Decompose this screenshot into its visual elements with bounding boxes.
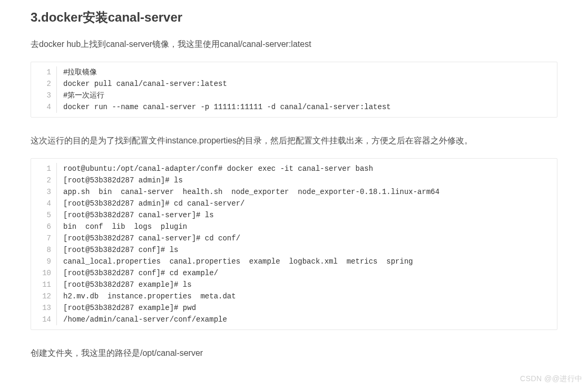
line-number: 8 [31,244,56,256]
line-number: 4 [31,101,56,113]
line-number: 10 [31,267,56,279]
line-number: 14 [31,314,56,325]
code-line: 4docker run --name canal-server -p 11111… [31,101,557,113]
code-line: 12h2.mv.db instance.properties meta.dat [31,290,557,302]
code-line: 1root@ubuntu:/opt/canal-adapter/conf# do… [31,163,557,174]
line-number: 7 [31,232,56,244]
line-number: 9 [31,256,56,267]
code-text: [root@53b382d287 admin]# cd canal-server… [63,198,251,209]
code-line: 9canal_local.properties canal.properties… [31,256,557,267]
line-number: 12 [31,290,56,302]
code-line: 10[root@53b382d287 conf]# cd example/ [31,267,557,279]
code-block-1[interactable]: 1#拉取镜像 2docker pull canal/canal-server:l… [31,62,557,118]
code-text: docker run --name canal-server -p 11111:… [63,101,397,113]
code-line: 1#拉取镜像 [31,66,557,78]
code-text: [root@53b382d287 canal-server]# ls [63,209,220,221]
code-line: 6bin conf lib logs plugin [31,221,557,232]
code-text: [root@53b382d287 conf]# ls [63,244,184,256]
code-line: 14/home/admin/canal-server/conf/example [31,314,557,325]
code-line: 4[root@53b382d287 admin]# cd canal-serve… [31,198,557,209]
code-line: 11[root@53b382d287 example]# ls [31,279,557,290]
line-number: 6 [31,221,56,232]
line-number: 4 [31,198,56,209]
code-line: 3#第一次运行 [31,90,557,101]
line-number: 2 [31,174,56,186]
code-text: #第一次运行 [63,90,111,101]
code-text: #拉取镜像 [63,66,103,78]
line-number: 1 [31,66,56,78]
article-container: 3.docker安装canal-server 去docker hub上找到can… [0,0,588,388]
line-number: 2 [31,78,56,90]
section-heading: 3.docker安装canal-server [31,8,557,26]
code-line: 8[root@53b382d287 conf]# ls [31,244,557,256]
code-line: 13[root@53b382d287 example]# pwd [31,302,557,314]
code-text: h2.mv.db instance.properties meta.dat [63,290,242,302]
paragraph-purpose: 这次运行的目的是为了找到配置文件instance.properties的目录，然… [31,133,557,148]
code-line: 3app.sh bin canal-server health.sh node_… [31,186,557,198]
code-text: app.sh bin canal-server health.sh node_e… [63,186,446,198]
paragraph-mkdir: 创建文件夹，我这里的路径是/opt/canal-server [31,346,557,360]
line-number: 5 [31,209,56,221]
line-number: 3 [31,90,56,101]
code-text: root@ubuntu:/opt/canal-adapter/conf# doc… [63,163,379,174]
code-text: [root@53b382d287 conf]# cd example/ [63,267,224,279]
code-block-2[interactable]: 1root@ubuntu:/opt/canal-adapter/conf# do… [31,158,557,330]
paragraph-intro: 去docker hub上找到canal-server镜像，我这里使用canal/… [31,37,557,51]
code-text: [root@53b382d287 example]# pwd [63,302,202,314]
code-text: [root@53b382d287 admin]# ls [63,174,189,186]
line-number: 3 [31,186,56,198]
code-text: docker pull canal/canal-server:latest [63,78,233,90]
code-text: /home/admin/canal-server/conf/example [63,314,233,325]
code-line: 5[root@53b382d287 canal-server]# ls [31,209,557,221]
code-text: [root@53b382d287 canal-server]# cd conf/ [63,232,247,244]
code-text: canal_local.properties canal.properties … [63,256,419,267]
line-number: 1 [31,163,56,174]
code-line: 7[root@53b382d287 canal-server]# cd conf… [31,232,557,244]
code-line: 2docker pull canal/canal-server:latest [31,78,557,90]
code-text: [root@53b382d287 example]# ls [63,279,198,290]
code-text: bin conf lib logs plugin [63,221,193,232]
line-number: 13 [31,302,56,314]
code-line: 2[root@53b382d287 admin]# ls [31,174,557,186]
line-number: 11 [31,279,56,290]
